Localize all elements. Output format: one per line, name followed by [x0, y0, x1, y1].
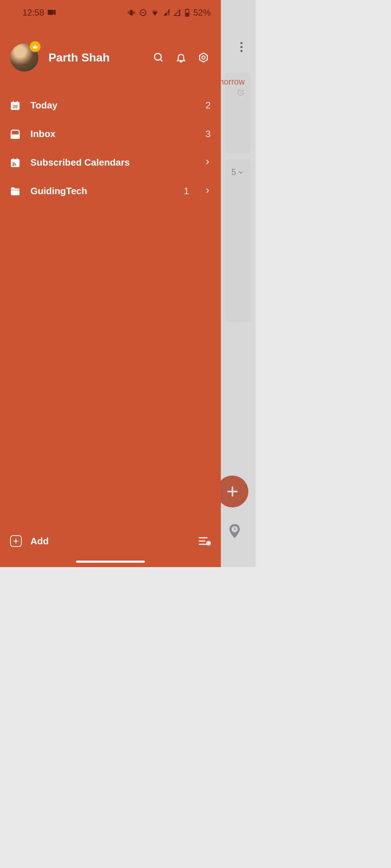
svg-rect-15: [168, 9, 169, 13]
svg-point-18: [179, 14, 180, 15]
svg-point-22: [155, 54, 161, 60]
svg-rect-35: [13, 158, 14, 160]
menu-item-inbox[interactable]: Inbox 3: [0, 120, 221, 148]
svg-point-16: [168, 14, 169, 15]
svg-rect-20: [186, 9, 188, 10]
navigation-handle[interactable]: [76, 561, 145, 563]
menu-label: Inbox: [30, 128, 193, 140]
svg-point-45: [208, 543, 209, 544]
svg-rect-29: [17, 101, 18, 103]
add-icon[interactable]: [10, 535, 22, 547]
profile-row[interactable]: Parth Shah: [0, 25, 221, 80]
menu-label: GuidingTech: [30, 186, 172, 197]
svg-rect-33: [11, 137, 19, 138]
signal-1-icon: [163, 9, 170, 16]
navigation-drawer: 12:58 52%: [0, 0, 221, 567]
battery-icon: [185, 9, 190, 17]
svg-rect-38: [11, 190, 20, 195]
settings-icon[interactable]: [196, 50, 211, 65]
svg-rect-21: [186, 13, 188, 16]
svg-rect-7: [48, 10, 53, 15]
svg-rect-11: [128, 12, 128, 14]
signal-2-icon: [174, 9, 181, 16]
inbox-icon: [10, 129, 20, 139]
profile-name: Parth Shah: [49, 51, 141, 64]
svg-rect-28: [13, 101, 14, 103]
menu-item-guidingtech[interactable]: GuidingTech 1: [0, 177, 221, 205]
svg-rect-10: [133, 11, 134, 14]
chevron-right-icon: [204, 159, 211, 167]
menu-label: Today: [30, 100, 193, 111]
calendar-day-icon: 20: [10, 101, 20, 111]
menu-count: 1: [182, 186, 189, 197]
bell-icon[interactable]: [174, 50, 188, 65]
avatar[interactable]: [10, 43, 38, 72]
svg-line-23: [160, 59, 163, 61]
folder-icon: [10, 186, 20, 196]
crown-badge-icon: [30, 41, 41, 52]
svg-rect-36: [17, 158, 18, 160]
svg-point-25: [202, 56, 205, 59]
menu-item-today[interactable]: 20 Today 2: [0, 91, 221, 120]
svg-rect-8: [130, 10, 133, 16]
manage-list-icon[interactable]: [198, 536, 211, 546]
search-icon[interactable]: [151, 50, 166, 65]
svg-text:20: 20: [13, 104, 18, 109]
svg-rect-12: [135, 12, 135, 14]
wifi-icon: [151, 9, 159, 16]
status-battery-percent: 52%: [193, 8, 211, 18]
outlook-icon: [48, 8, 56, 18]
chevron-right-icon: [204, 187, 211, 195]
dnd-icon: [139, 9, 147, 17]
menu-list: 20 Today 2 Inbox 3 Subscribed Calendars: [0, 80, 221, 205]
svg-rect-9: [129, 11, 130, 14]
svg-point-37: [12, 165, 14, 166]
menu-count: 2: [203, 100, 211, 111]
calendar-rss-icon: [10, 158, 20, 168]
vibrate-icon: [127, 9, 135, 17]
menu-item-calendars[interactable]: Subscribed Calendars: [0, 148, 221, 177]
menu-label: Subscribed Calendars: [30, 157, 189, 168]
status-time: 12:58: [22, 8, 44, 18]
add-label[interactable]: Add: [30, 536, 198, 547]
menu-count: 3: [203, 128, 211, 140]
status-bar: 12:58 52%: [0, 0, 221, 25]
svg-rect-34: [11, 159, 20, 167]
svg-marker-24: [199, 53, 207, 62]
